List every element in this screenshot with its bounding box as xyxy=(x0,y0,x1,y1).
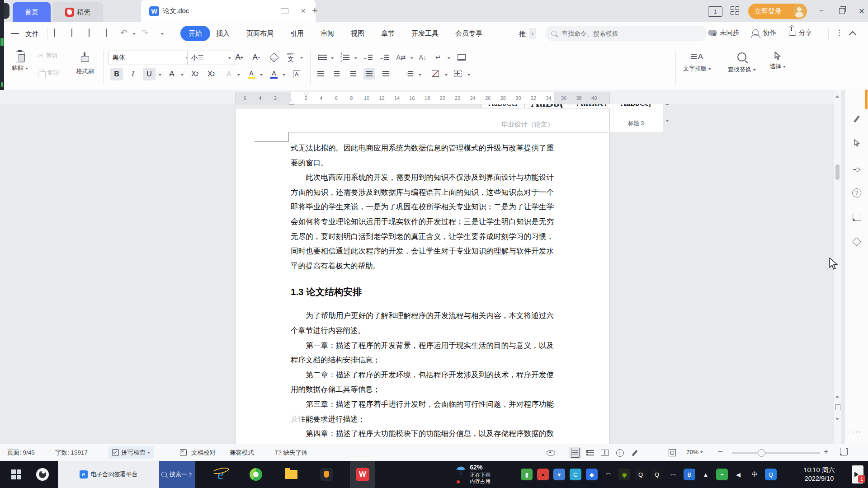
zoom-value[interactable]: 70% xyxy=(686,449,703,455)
tag-tool-icon[interactable] xyxy=(852,237,862,247)
paste-button[interactable]: 粘贴 xyxy=(8,50,32,85)
ribbon-tab[interactable]: 插入 xyxy=(216,29,230,38)
weather-widget[interactable]: ☂ 62% 正在下雨 内存占用 xyxy=(456,464,491,484)
select-arrow-icon[interactable] xyxy=(852,138,862,148)
ribbon-tab[interactable]: 会员专享 xyxy=(455,29,482,38)
save-icon[interactable] xyxy=(54,28,55,37)
quickbar-more-icon[interactable] xyxy=(161,33,164,36)
ribbon-tab[interactable]: 开发工具 xyxy=(411,29,439,38)
right-indent-marker[interactable] xyxy=(548,98,554,103)
close-button[interactable]: × xyxy=(852,0,868,22)
line-spacing-dropdown-icon[interactable] xyxy=(419,74,421,77)
usb-eject-icon[interactable]: ▲ xyxy=(700,469,712,480)
scroll-up-icon[interactable] xyxy=(835,94,839,98)
strikethrough-button[interactable]: A xyxy=(165,68,178,80)
zoom-in-button[interactable]: + xyxy=(824,447,829,457)
compat-mode-label[interactable]: 兼容模式 xyxy=(230,449,254,457)
wifi-icon[interactable]: ◠ xyxy=(602,469,614,480)
spell-check-button[interactable]: 拼写检查 xyxy=(108,446,154,459)
web-view-icon[interactable] xyxy=(614,447,626,459)
bluetooth-icon[interactable]: B xyxy=(684,469,695,480)
screen-share-icon[interactable] xyxy=(281,8,288,14)
ie-browser-icon[interactable]: e xyxy=(209,461,232,488)
share-button[interactable]: 分享 xyxy=(789,28,812,37)
pinyin-dropdown-icon[interactable] xyxy=(300,57,303,60)
minimize-button[interactable]: − xyxy=(811,0,831,22)
search-bar-button[interactable]: 搜索一下 xyxy=(159,461,195,488)
font-size-select[interactable]: 小三 xyxy=(187,51,235,65)
antivirus-icon[interactable]: ● xyxy=(537,469,549,480)
tab-stops-button[interactable] xyxy=(456,52,467,63)
tab-document[interactable]: W 论文.doc × xyxy=(141,0,316,22)
more-tools-icon[interactable]: ··· xyxy=(852,427,862,436)
copy-button[interactable]: 复制 xyxy=(38,69,59,77)
missing-font-button[interactable]: T? 缺失字体 xyxy=(275,449,308,457)
font-color-button[interactable]: A xyxy=(268,68,280,80)
sync-status[interactable]: 未同步 xyxy=(708,28,740,37)
edit-pen-icon[interactable] xyxy=(852,114,862,124)
ime-icon[interactable]: 中 xyxy=(749,469,760,480)
window-switch-icon[interactable]: 1 xyxy=(708,6,722,17)
nvidia-icon[interactable]: ◉ xyxy=(618,469,630,480)
zoom-track[interactable] xyxy=(731,452,820,454)
workspace-grid-icon[interactable] xyxy=(731,6,740,15)
select-button[interactable]: 选择 xyxy=(764,50,791,85)
page-view-icon[interactable] xyxy=(569,447,581,459)
read-view-icon[interactable] xyxy=(599,447,611,459)
print-preview-icon[interactable] xyxy=(106,28,107,37)
tab-docer[interactable]: 稻壳 xyxy=(52,2,103,22)
ribbon-tab[interactable]: 章节 xyxy=(381,29,395,38)
image-tool-icon[interactable] xyxy=(852,212,862,222)
ribbon-tab-truncated[interactable]: 推 xyxy=(519,30,527,38)
text-effect-button[interactable]: A xyxy=(222,68,235,80)
file-explorer-icon[interactable] xyxy=(279,461,303,488)
more-menu-icon[interactable]: ⋮ xyxy=(835,28,843,38)
ribbon-tab[interactable]: 引用 xyxy=(290,29,304,38)
prev-page-icon[interactable] xyxy=(835,394,839,398)
qq-browser-icon[interactable]: Q xyxy=(765,469,777,480)
superscript-button[interactable]: X2 xyxy=(188,68,202,80)
notification-panel-button[interactable]: 1 xyxy=(852,465,863,483)
wps-app-button[interactable]: W xyxy=(350,461,375,488)
undo-icon[interactable]: ↶ xyxy=(120,28,127,38)
export-icon[interactable] xyxy=(71,28,72,37)
align-center-button[interactable] xyxy=(331,68,343,80)
shading-dropdown-icon[interactable] xyxy=(445,74,448,77)
eye-protect-icon[interactable] xyxy=(545,447,557,459)
document-text[interactable]: 式无法比拟的。因此电商应用系统为数据信息的管理模式的升级与改革提供了重要的窗口。… xyxy=(291,141,554,441)
strike-dropdown-icon[interactable] xyxy=(181,74,184,77)
green-browser-icon[interactable] xyxy=(244,461,268,488)
text-direction-button[interactable]: A⇄ xyxy=(395,52,407,63)
effect-dropdown-icon[interactable] xyxy=(237,74,240,77)
format-painter-button[interactable]: 格式刷 xyxy=(71,50,99,85)
text-direction-dropdown-icon[interactable] xyxy=(410,57,413,61)
char-border-button[interactable]: A xyxy=(290,68,303,80)
new-tab-button[interactable]: + xyxy=(312,5,318,16)
measure-tool-icon[interactable] xyxy=(852,164,862,174)
clock[interactable]: 10:10 周六 2022/9/10 xyxy=(788,466,850,483)
redo-icon[interactable]: ↷ xyxy=(141,28,148,38)
font-color-dropdown-icon[interactable] xyxy=(283,74,285,77)
font-name-select[interactable]: 黑体 xyxy=(108,51,193,65)
highlight-button[interactable]: A xyxy=(245,68,258,80)
italic-button[interactable]: I xyxy=(127,68,139,80)
show-marks-dropdown-icon[interactable] xyxy=(448,57,450,61)
page-count[interactable]: 页面: 9/45 xyxy=(7,449,35,457)
bullet-dropdown-icon[interactable] xyxy=(331,57,334,61)
underline-dropdown-icon[interactable] xyxy=(159,74,161,77)
style-scroll-down-icon[interactable] xyxy=(665,120,669,124)
outline-view-icon[interactable] xyxy=(584,447,596,459)
battery-icon[interactable]: ▮ xyxy=(521,469,533,480)
media-app-icon[interactable] xyxy=(315,461,338,488)
horizontal-ruler[interactable]: 642 246810121416182022242628303234363840 xyxy=(235,92,610,104)
subscript-button[interactable]: X2 xyxy=(204,68,218,80)
highlight-dropdown-icon[interactable] xyxy=(260,74,263,77)
word-count[interactable]: 字数: 15917 xyxy=(55,449,88,457)
undo-dropdown-icon[interactable] xyxy=(133,33,136,36)
review-pen-icon[interactable] xyxy=(629,447,641,459)
align-right-button[interactable] xyxy=(347,68,359,80)
left-indent-marker[interactable] xyxy=(289,101,294,105)
search-input[interactable] xyxy=(561,29,680,38)
distribute-button[interactable] xyxy=(380,68,392,80)
bold-button[interactable]: B xyxy=(110,68,123,80)
